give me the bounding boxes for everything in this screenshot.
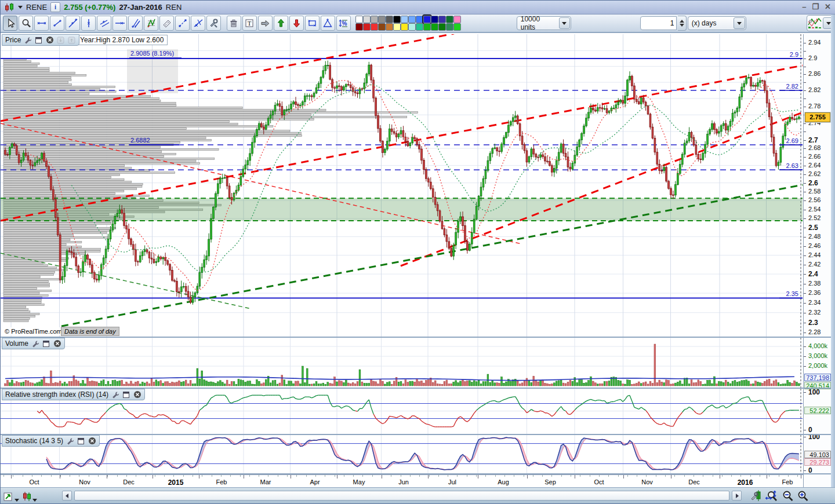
interval-stepper[interactable]	[678, 16, 686, 31]
color-swatch[interactable]	[423, 16, 431, 23]
color-swatch[interactable]	[431, 16, 438, 23]
color-swatch[interactable]	[378, 16, 386, 23]
level-label[interactable]: 2.9085 (8.19%)	[130, 50, 174, 57]
stochastic-close-icon[interactable]	[88, 437, 96, 445]
color-swatch[interactable]	[371, 16, 378, 23]
color-swatch[interactable]	[453, 16, 461, 23]
zoom-out-button[interactable]	[781, 490, 794, 502]
minimize-button[interactable]: –	[802, 2, 806, 12]
display-style-button[interactable]	[22, 490, 38, 502]
color-swatch[interactable]	[408, 23, 416, 31]
ruler-tool-button[interactable]	[159, 16, 174, 31]
color-swatch[interactable]	[393, 23, 401, 31]
color-swatch[interactable]	[431, 23, 438, 31]
restore-button[interactable]: ❐	[812, 2, 819, 12]
zoom-tool-button[interactable]	[19, 16, 33, 31]
vertical-line-tool-button[interactable]	[81, 16, 96, 31]
color-swatch[interactable]	[363, 23, 371, 31]
symbol-name[interactable]: RENE	[26, 3, 47, 12]
horizontal-line-tool-button[interactable]	[112, 16, 127, 31]
rsi-line-segment	[433, 426, 435, 427]
color-swatch[interactable]	[401, 23, 408, 31]
color-swatch[interactable]	[453, 23, 461, 31]
stochastic-chart-canvas[interactable]	[1, 435, 803, 473]
interval-input[interactable]: 1	[640, 16, 677, 30]
level-label[interactable]: 2.9	[790, 51, 798, 58]
units-dropdown-icon[interactable]	[559, 17, 570, 29]
arrow-right-tool-button[interactable]	[258, 16, 273, 31]
time-scrollbar[interactable]	[74, 491, 729, 501]
stochastic-detach-window-icon[interactable]	[77, 437, 85, 445]
rectangle-tool-button[interactable]	[305, 16, 320, 31]
color-swatch[interactable]	[386, 16, 393, 23]
price-move-down-icon[interactable]	[56, 36, 65, 45]
delete-tool-button[interactable]	[227, 16, 241, 31]
color-swatch[interactable]	[416, 16, 423, 23]
scroll-right-button[interactable]	[732, 491, 742, 501]
volume-chart-canvas[interactable]	[1, 338, 803, 388]
zoom-in-button[interactable]	[796, 490, 809, 502]
color-swatch[interactable]	[423, 23, 431, 31]
color-swatch[interactable]	[393, 16, 401, 23]
volume-detach-window-icon[interactable]	[42, 339, 50, 348]
color-swatch[interactable]	[386, 23, 393, 31]
color-swatch[interactable]	[446, 23, 453, 31]
level-label[interactable]: 2.35	[786, 290, 798, 297]
fibonacci-tool-button[interactable]	[144, 16, 158, 31]
level-label[interactable]: 2.69	[786, 137, 798, 144]
color-swatch[interactable]	[363, 16, 371, 23]
time-axis[interactable]: OctNovDec2015FebMarAprMayJunJulAugSepOct…	[1, 474, 803, 488]
color-swatch[interactable]	[446, 16, 453, 23]
segment-tool-button[interactable]	[50, 16, 64, 31]
price-move-up-icon[interactable]	[67, 36, 76, 45]
fan-lines-tool-button[interactable]	[128, 16, 143, 31]
scroll-left-button[interactable]	[62, 491, 72, 501]
price-axis[interactable]: 2.942.92.862.822.782.742.72.682.662.642.…	[803, 34, 832, 487]
color-swatch[interactable]	[355, 23, 363, 31]
arrow-up-tool-button[interactable]	[274, 16, 288, 31]
stochastic-settings-wrench-icon[interactable]	[66, 437, 74, 445]
timeframe-dropdown-icon[interactable]	[734, 17, 745, 29]
level-label[interactable]: 2.63	[786, 162, 798, 169]
level-label[interactable]: 2.6882	[130, 137, 150, 144]
color-swatch[interactable]	[438, 23, 446, 31]
color-swatch[interactable]	[371, 23, 378, 31]
trendline-tool-button[interactable]	[66, 16, 80, 31]
color-swatch[interactable]	[408, 16, 416, 23]
parallel-channel-tool-button[interactable]	[97, 16, 111, 31]
color-swatch[interactable]	[438, 16, 446, 23]
triangle-tool-button[interactable]	[321, 16, 335, 31]
rsi-detach-window-icon[interactable]	[122, 390, 130, 399]
export-dropdown-icon[interactable]	[14, 499, 19, 502]
chart-options-button[interactable]	[750, 490, 763, 502]
volume-close-icon[interactable]	[53, 339, 61, 348]
close-button[interactable]: ✕	[825, 2, 831, 12]
cursor-tool-button[interactable]	[3, 16, 17, 31]
crossed-line-tool-button[interactable]	[191, 16, 205, 31]
price-detach-window-icon[interactable]	[34, 36, 43, 45]
price-close-icon[interactable]	[45, 36, 54, 45]
horizontal-segment-tool-button[interactable]	[34, 16, 49, 31]
point-segment-tool-button[interactable]	[175, 16, 190, 31]
zoom-fit-button[interactable]	[765, 490, 779, 502]
color-swatch[interactable]	[401, 16, 408, 23]
price-settings-wrench-icon[interactable]	[23, 36, 32, 45]
info-icon[interactable]: i	[50, 2, 60, 12]
text-tool-button[interactable]: T	[242, 16, 257, 31]
color-swatch[interactable]	[416, 23, 423, 31]
volume-settings-wrench-icon[interactable]	[31, 339, 39, 348]
timeframe-select[interactable]: (x) days	[688, 16, 747, 30]
style-dropdown-icon[interactable]	[32, 499, 37, 502]
export-chart-button[interactable]	[3, 490, 20, 502]
units-select[interactable]: 10000 units	[517, 16, 571, 30]
level-label[interactable]: 2.82	[786, 83, 798, 90]
color-swatch[interactable]	[355, 16, 363, 23]
arrow-down-tool-button[interactable]	[289, 16, 304, 31]
percent-measure-tool-button[interactable]: %	[336, 16, 351, 31]
rsi-settings-wrench-icon[interactable]	[111, 390, 119, 399]
price-chart-canvas[interactable]: 2.9085 (8.19%)2.68822.92.352.822.692.63	[1, 34, 803, 337]
rsi-close-icon[interactable]	[133, 390, 141, 399]
symbol-dropdown-icon[interactable]	[18, 6, 23, 9]
color-swatch[interactable]	[378, 23, 386, 31]
advanced-tools-button[interactable]	[206, 16, 221, 31]
